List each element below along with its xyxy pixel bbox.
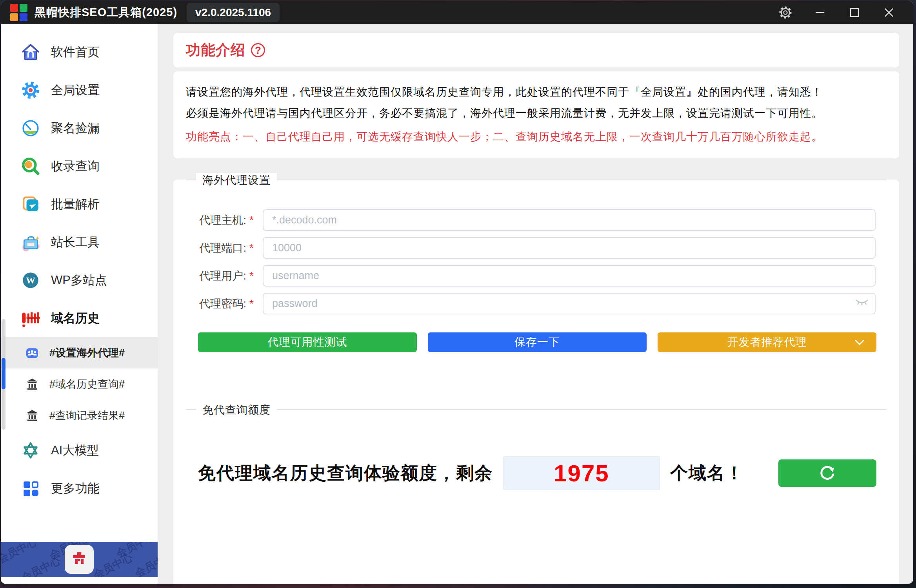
- password-visibility-toggle-icon[interactable]: [855, 298, 869, 309]
- proxy-user-row: 代理用户: *: [173, 265, 876, 287]
- save-button[interactable]: 保存一下: [428, 332, 647, 352]
- proxy-password-input[interactable]: [263, 293, 876, 314]
- sidebar-subitem-query-records[interactable]: #查询记录结果#: [1, 400, 158, 431]
- close-button[interactable]: [872, 1, 906, 24]
- refresh-icon: [817, 463, 838, 484]
- sidebar-group-domain-history[interactable]: 域名历史: [1, 299, 158, 337]
- minimize-button[interactable]: [803, 1, 837, 24]
- quota-value-box: 1975: [503, 456, 660, 490]
- member-center-banner[interactable]: 会员中心 会员中心 会员中心 会员中心 会员中心 会员中心: [1, 542, 158, 577]
- title-bar: 黑帽快排SEO工具箱(2025) v2.0.2025.1106: [1, 1, 913, 24]
- proxy-form: 代理主机: * 代理端口: * 代理用户:: [173, 209, 876, 314]
- help-icon[interactable]: ?: [251, 43, 265, 57]
- sidebar-item-index-query[interactable]: 收录查询: [1, 147, 158, 185]
- proxy-host-input[interactable]: [263, 209, 876, 231]
- proxy-port-input[interactable]: [263, 237, 876, 259]
- proxy-host-label: 代理主机:: [173, 213, 246, 228]
- required-mark: *: [249, 242, 256, 254]
- bank-icon: [24, 376, 40, 392]
- quota-remaining-value: 1975: [554, 460, 609, 487]
- app-title: 黑帽快排SEO工具箱(2025): [35, 5, 177, 20]
- proxy-password-row: 代理密码: *: [173, 293, 876, 314]
- intro-header-card: 功能介绍 ?: [173, 33, 899, 67]
- more-grid-icon: [20, 478, 41, 499]
- proxy-password-label: 代理密码:: [173, 296, 246, 311]
- sidebar-item-wp-multisite[interactable]: W WP多站点: [1, 261, 158, 299]
- proxy-settings-card: 海外代理设置 代理主机: * 代理端口: *: [173, 180, 899, 584]
- search-index-icon: [20, 156, 41, 176]
- free-quota-fieldset: 免代查询额度: [186, 409, 887, 410]
- sidebar-item-juming[interactable]: 聚名捡漏: [1, 109, 158, 147]
- version-badge: v2.0.2025.1106: [187, 3, 280, 22]
- sidebar-subitem-set-overseas-proxy[interactable]: #设置海外代理#: [1, 337, 158, 368]
- sidebar: 软件首页 全局设置: [1, 24, 158, 584]
- bank-icon: [24, 408, 40, 423]
- proxy-actions: 代理可用性测试 保存一下 开发者推荐代理: [198, 332, 876, 352]
- quota-row: 免代理域名历史查询体验额度，剩余 1975 个域名！: [198, 456, 876, 490]
- app-logo-icon: [10, 4, 27, 21]
- intro-description-card: 请设置您的海外代理，代理设置生效范围仅限域名历史查询专用，此处设置的代理不同于『…: [173, 71, 899, 158]
- proxy-username-input[interactable]: [263, 265, 876, 287]
- test-proxy-button[interactable]: 代理可用性测试: [198, 332, 417, 352]
- ai-model-icon: [20, 440, 41, 461]
- refresh-quota-button[interactable]: [778, 459, 876, 487]
- global-settings-icon: [20, 80, 41, 100]
- required-mark: *: [249, 298, 256, 310]
- home-icon: [20, 42, 41, 62]
- sidebar-item-more-features[interactable]: 更多功能: [1, 469, 158, 507]
- sidebar-item-global-settings[interactable]: 全局设置: [1, 71, 158, 109]
- sidebar-item-ai-model[interactable]: AI大模型: [1, 431, 158, 469]
- sidebar-item-webmaster-tools[interactable]: 站长工具: [1, 223, 158, 261]
- intro-highlight: 功能亮点：一、自己代理自己用，可选无缓存查询快人一步；二、查询历史域名无上限，一…: [186, 126, 887, 147]
- proxy-port-row: 代理端口: *: [173, 237, 876, 259]
- app-window: 黑帽快排SEO工具箱(2025) v2.0.2025.1106: [1, 1, 913, 584]
- required-mark: *: [249, 270, 256, 282]
- member-center-icon[interactable]: [65, 545, 94, 574]
- sidebar-subitem-domain-history-query[interactable]: #域名历史查询#: [1, 368, 158, 400]
- proxy-user-label: 代理用户:: [173, 269, 246, 283]
- svg-text:W: W: [26, 275, 35, 285]
- batch-resolve-icon: [20, 194, 41, 214]
- proxy-host-row: 代理主机: *: [173, 209, 876, 231]
- domain-history-icon: [20, 308, 41, 328]
- intro-line-1: 请设置您的海外代理，代理设置生效范围仅限域名历史查询专用，此处设置的代理不同于『…: [186, 82, 887, 103]
- sidebar-item-home[interactable]: 软件首页: [1, 33, 158, 71]
- active-item-indicator: [2, 358, 5, 389]
- page-title: 功能介绍: [186, 40, 245, 60]
- quota-text-before: 免代理域名历史查询体验额度，剩余: [198, 461, 493, 485]
- free-quota-legend: 免代查询额度: [196, 403, 277, 417]
- gauge-icon: [20, 118, 41, 138]
- recommended-proxy-dropdown[interactable]: 开发者推荐代理: [658, 332, 876, 352]
- overseas-proxy-legend: 海外代理设置: [196, 173, 277, 188]
- required-mark: *: [249, 214, 256, 227]
- chevron-down-icon: [854, 336, 865, 348]
- overseas-proxy-fieldset: 海外代理设置: [186, 180, 887, 180]
- maximize-button[interactable]: [837, 1, 872, 24]
- proxy-users-icon: [24, 345, 40, 361]
- sidebar-item-batch-resolve[interactable]: 批量解析: [1, 185, 158, 223]
- toolbox-icon: [20, 232, 41, 252]
- quota-text-after: 个域名！: [670, 461, 744, 485]
- settings-gear-icon[interactable]: [768, 1, 803, 24]
- main-content: 功能介绍 ? 请设置您的海外代理，代理设置生效范围仅限域名历史查询专用，此处设置…: [158, 24, 913, 584]
- wordpress-icon: W: [20, 270, 41, 290]
- intro-line-2: 必须是海外代理请与国内代理区分开，务必不要搞混了，海外代理一般采用流量计费，无并…: [186, 103, 887, 124]
- proxy-port-label: 代理端口:: [173, 241, 246, 256]
